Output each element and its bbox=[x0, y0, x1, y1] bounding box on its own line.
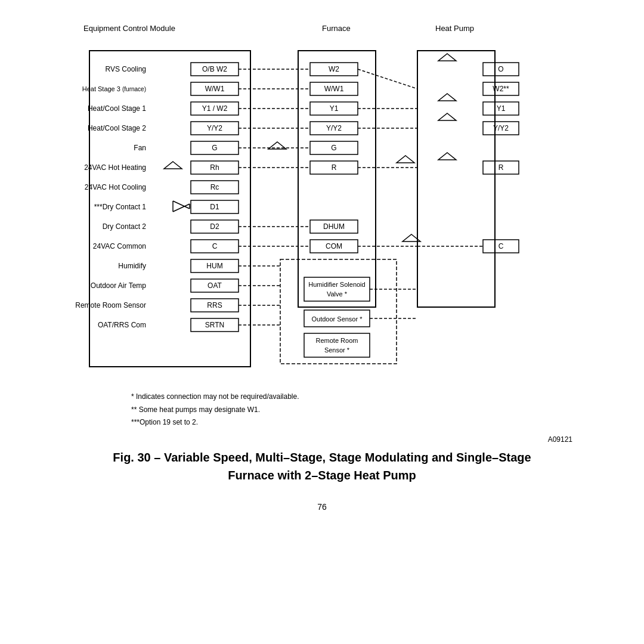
svg-marker-112 bbox=[438, 113, 456, 120]
svg-text:24VAC Hot Heating: 24VAC Hot Heating bbox=[84, 163, 146, 172]
svg-text:DHUM: DHUM bbox=[323, 222, 345, 231]
svg-text:Heat/Cool Stage 2: Heat/Cool Stage 2 bbox=[88, 124, 146, 132]
figure-id: A09121 bbox=[36, 435, 572, 444]
svg-marker-103 bbox=[164, 162, 182, 169]
svg-text:Y/Y2: Y/Y2 bbox=[326, 124, 342, 132]
header-heatpump: Heat Pump bbox=[435, 24, 474, 33]
svg-text:D1: D1 bbox=[210, 203, 219, 211]
svg-text:G: G bbox=[331, 144, 336, 152]
svg-text:OAT: OAT bbox=[208, 281, 222, 290]
page-container: Equipment Control Module Furnace Heat Pu… bbox=[0, 0, 644, 644]
svg-text:C: C bbox=[212, 242, 218, 250]
svg-text:Rc: Rc bbox=[210, 183, 219, 191]
caption-line1: Fig. 30 – Variable Speed, Multi–Stage, S… bbox=[36, 448, 608, 466]
svg-text:C: C bbox=[499, 242, 504, 250]
svg-text:Valve *: Valve * bbox=[327, 290, 348, 298]
svg-text:HUM: HUM bbox=[206, 262, 222, 270]
note-1: * Indicates connection may not be requir… bbox=[131, 391, 608, 404]
header-ecm: Equipment Control Module bbox=[83, 24, 175, 33]
notes-section: * Indicates connection may not be requir… bbox=[131, 391, 608, 429]
svg-text:W2: W2 bbox=[329, 65, 339, 73]
svg-text:W/W1: W/W1 bbox=[324, 85, 344, 93]
svg-marker-111 bbox=[438, 94, 456, 101]
svg-text:OAT/RRS Com: OAT/RRS Com bbox=[98, 321, 146, 329]
note-2: ** Some heat pumps may designate W1. bbox=[131, 404, 608, 417]
svg-text:O: O bbox=[498, 65, 503, 73]
svg-text:COM: COM bbox=[326, 242, 342, 250]
svg-text:D2: D2 bbox=[210, 222, 219, 231]
svg-text:Outdoor Sensor *: Outdoor Sensor * bbox=[312, 315, 363, 323]
svg-text:Fan: Fan bbox=[134, 144, 146, 152]
svg-text:Humidifier Solenoid: Humidifier Solenoid bbox=[308, 281, 365, 288]
svg-text:24VAC Hot Cooling: 24VAC Hot Cooling bbox=[85, 183, 146, 191]
col-headers: Equipment Control Module Furnace Heat Pu… bbox=[36, 24, 608, 42]
svg-text:RVS Cooling: RVS Cooling bbox=[106, 65, 146, 73]
page-number: 76 bbox=[36, 502, 608, 512]
svg-text:Remote Room Sensor: Remote Room Sensor bbox=[75, 301, 146, 309]
svg-line-89 bbox=[358, 69, 417, 89]
svg-text:R: R bbox=[332, 163, 337, 172]
svg-text:Heat Stage 3 (furnace): Heat Stage 3 (furnace) bbox=[82, 85, 146, 92]
svg-marker-104 bbox=[397, 156, 414, 163]
note-3: ***Option 19 set to 2. bbox=[131, 416, 608, 429]
svg-text:R: R bbox=[499, 163, 504, 172]
svg-text:Sensor *: Sensor * bbox=[324, 346, 350, 354]
svg-text:Y/Y2: Y/Y2 bbox=[493, 124, 509, 132]
svg-text:Y1: Y1 bbox=[497, 104, 506, 113]
svg-text:W/W1: W/W1 bbox=[205, 85, 225, 93]
svg-text:Y/Y2: Y/Y2 bbox=[207, 124, 222, 132]
svg-text:O/B W2: O/B W2 bbox=[202, 65, 227, 73]
svg-text:Dry Contact 2: Dry Contact 2 bbox=[103, 222, 147, 231]
svg-text:G: G bbox=[212, 144, 217, 152]
wiring-diagram: O/B W2 RVS Cooling W/W1 Heat Stage 3 (fu… bbox=[42, 45, 602, 379]
svg-text:RRS: RRS bbox=[207, 301, 222, 309]
svg-text:Y1 / W2: Y1 / W2 bbox=[202, 104, 228, 113]
figure-caption: Fig. 30 – Variable Speed, Multi–Stage, S… bbox=[36, 448, 608, 484]
svg-text:Outdoor Air Temp: Outdoor Air Temp bbox=[91, 281, 146, 290]
svg-text:Heat/Cool Stage 1: Heat/Cool Stage 1 bbox=[88, 104, 146, 113]
svg-text:SRTN: SRTN bbox=[205, 321, 224, 329]
caption-line2: Furnace with 2–Stage Heat Pump bbox=[36, 466, 608, 484]
svg-text:W2**: W2** bbox=[493, 85, 509, 93]
svg-text:Rh: Rh bbox=[210, 163, 219, 172]
svg-text:Y1: Y1 bbox=[330, 104, 339, 113]
svg-text:***Dry Contact 1: ***Dry Contact 1 bbox=[94, 203, 147, 211]
svg-marker-113 bbox=[438, 153, 456, 160]
header-furnace: Furnace bbox=[322, 24, 351, 33]
svg-text:Humidify: Humidify bbox=[118, 262, 146, 270]
svg-marker-110 bbox=[438, 54, 456, 61]
svg-text:Remote Room: Remote Room bbox=[316, 337, 358, 344]
svg-text:24VAC Common: 24VAC Common bbox=[93, 242, 146, 250]
